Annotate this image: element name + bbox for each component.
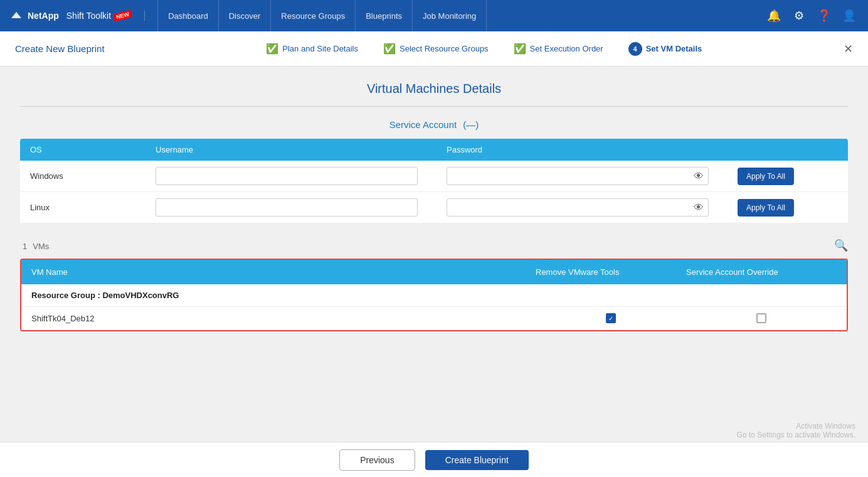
vms-count: 1 VMs <box>20 239 49 252</box>
step-label-2: Select Resource Groups <box>400 44 489 53</box>
wizard-title: Create New Blueprint <box>15 43 105 54</box>
password-windows-wrapper: 👁 <box>447 167 709 185</box>
nav-blueprints[interactable]: Blueprints <box>356 0 413 31</box>
password-windows-input[interactable] <box>447 167 709 185</box>
credentials-row-windows: Windows 👁 Apply To All <box>20 161 848 192</box>
watermark-line1: Activate Windows <box>737 422 855 431</box>
username-windows-wrapper <box>156 167 447 185</box>
col-header-username: Username <box>156 145 447 154</box>
toolkit-badge: NEW <box>113 9 132 21</box>
os-linux: Linux <box>30 203 156 212</box>
apply-btn-linux-wrapper: Apply To All <box>738 199 838 217</box>
nav-resource-groups[interactable]: Resource Groups <box>271 0 356 31</box>
resource-group-label: Resource Group : DemoVHDXconvRG <box>31 291 179 300</box>
main-content: Virtual Machines Details Service Account… <box>0 67 868 442</box>
toolkit-text: Shift Toolkit <box>66 11 111 21</box>
vm-name: ShiftTk04_Deb12 <box>31 314 536 323</box>
vm-data-row: ShiftTk04_Deb12 ✓ <box>21 307 847 330</box>
vm-table: VM Name Remove VMware Tools Service Acco… <box>20 259 848 331</box>
netapp-logo-icon <box>10 9 23 22</box>
password-linux-input[interactable] <box>447 198 709 217</box>
col-header-password: Password <box>447 145 738 154</box>
step-label-4: Set VM Details <box>646 44 702 53</box>
os-windows: Windows <box>30 171 156 181</box>
vm-col-header-service-account: Service Account Override <box>686 267 837 277</box>
search-vms-icon[interactable]: 🔍 <box>834 238 848 252</box>
col-header-os: OS <box>30 145 156 154</box>
wizard-step-2[interactable]: ✅ Select Resource Groups <box>371 43 501 55</box>
page-title: Virtual Machines Details <box>20 82 848 96</box>
service-account-override-checkbox-wrapper[interactable] <box>686 313 837 323</box>
apply-btn-windows-wrapper: Apply To All <box>738 168 838 185</box>
step-check-icon-3: ✅ <box>514 43 526 55</box>
step-label-3: Set Execution Order <box>530 44 603 53</box>
nav-links: Dashboard Discover Resource Groups Bluep… <box>157 0 765 31</box>
nav-discover[interactable]: Discover <box>219 0 272 31</box>
nav-dashboard[interactable]: Dashboard <box>157 0 219 31</box>
col-header-action <box>738 145 838 154</box>
nav-job-monitoring[interactable]: Job Monitoring <box>413 0 487 31</box>
toolkit-label: Shift Toolkit NEW <box>66 11 145 21</box>
remove-vmware-tools-checkbox[interactable]: ✓ <box>606 313 616 323</box>
credentials-table: OS Username Password Windows 👁 Apply To … <box>20 139 848 223</box>
step-label-1: Plan and Site Details <box>282 44 358 53</box>
service-account-label: Service Account <box>389 119 457 130</box>
eye-icon-linux[interactable]: 👁 <box>694 202 704 213</box>
step-check-icon-1: ✅ <box>266 43 278 55</box>
gear-icon[interactable]: ⚙ <box>790 7 808 24</box>
step-check-icon-2: ✅ <box>383 43 396 55</box>
vm-col-header-name: VM Name <box>31 267 536 277</box>
wizard-steps: ✅ Plan and Site Details ✅ Select Resourc… <box>125 42 844 56</box>
vms-label: VMs <box>33 242 49 251</box>
vms-section-header: 1 VMs 🔍 <box>20 238 848 252</box>
wizard-step-3[interactable]: ✅ Set Execution Order <box>501 43 616 55</box>
brand-name: NetApp <box>28 11 59 21</box>
section-divider <box>20 106 848 107</box>
credentials-row-linux: Linux 👁 Apply To All <box>20 192 848 223</box>
vm-col-header-remove-vmware: Remove VMware Tools <box>536 267 686 277</box>
top-nav: NetApp Shift Toolkit NEW Dashboard Disco… <box>0 0 868 31</box>
create-blueprint-button[interactable]: Create Blueprint <box>425 450 529 470</box>
watermark: Activate Windows Go to Settings to activ… <box>737 422 855 439</box>
close-icon[interactable]: ✕ <box>844 42 853 56</box>
username-linux-wrapper <box>156 198 447 217</box>
watermark-line2: Go to Settings to activate Windows. <box>737 431 855 439</box>
username-linux-input[interactable] <box>156 198 418 217</box>
footer: Previous Create Blueprint <box>0 442 868 477</box>
bell-icon[interactable]: 🔔 <box>765 7 783 24</box>
vm-table-header: VM Name Remove VMware Tools Service Acco… <box>21 260 847 284</box>
service-account-header: Service Account (—) <box>20 119 848 130</box>
password-linux-wrapper: 👁 <box>447 198 709 217</box>
help-icon[interactable]: ❓ <box>815 7 833 24</box>
apply-to-all-linux-button[interactable]: Apply To All <box>738 199 794 217</box>
nav-icons: 🔔 ⚙ ❓ 👤 <box>765 7 858 24</box>
credentials-table-header: OS Username Password <box>20 139 848 161</box>
remove-vmware-tools-checkbox-wrapper[interactable]: ✓ <box>536 313 686 323</box>
nav-brand: NetApp <box>10 9 59 22</box>
wizard-step-1[interactable]: ✅ Plan and Site Details <box>253 43 371 55</box>
user-icon[interactable]: 👤 <box>840 7 858 24</box>
wizard-step-4[interactable]: 4 Set VM Details <box>616 42 715 56</box>
step-circle-4: 4 <box>628 42 642 56</box>
service-account-override-checkbox[interactable] <box>756 313 766 323</box>
resource-group-row: Resource Group : DemoVHDXconvRG <box>21 284 847 307</box>
service-account-link[interactable]: (—) <box>463 119 479 130</box>
username-windows-input[interactable] <box>156 167 418 185</box>
svg-marker-1 <box>11 12 21 18</box>
wizard-header: Create New Blueprint ✅ Plan and Site Det… <box>0 31 868 67</box>
previous-button[interactable]: Previous <box>339 449 415 471</box>
eye-icon-windows[interactable]: 👁 <box>694 171 704 182</box>
apply-to-all-windows-button[interactable]: Apply To All <box>738 168 794 185</box>
